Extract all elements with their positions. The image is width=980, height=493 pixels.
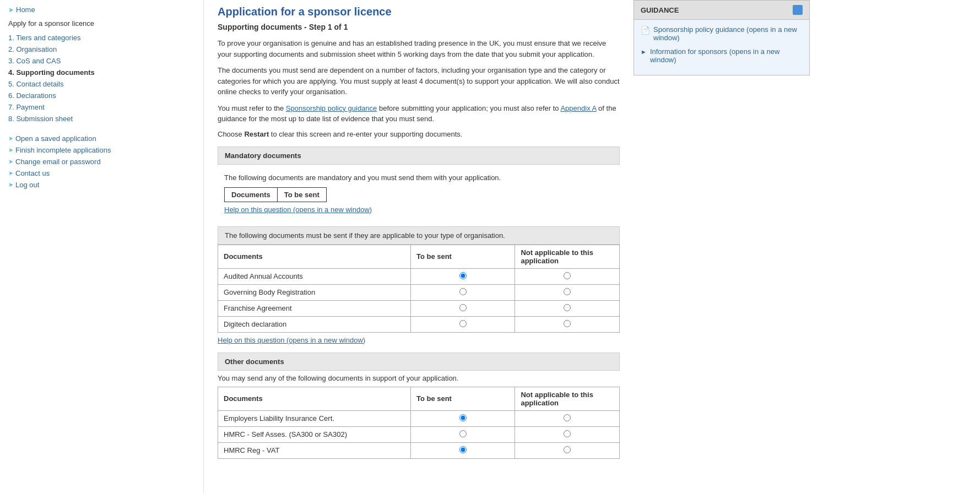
sidebar-link-organisation[interactable]: 2. Organisation	[8, 45, 57, 53]
open-saved-icon: ➤	[8, 135, 13, 142]
sidebar-item-declarations[interactable]: 6. Declarations	[8, 90, 195, 101]
home-link[interactable]: ➤ Home	[8, 6, 195, 14]
guidance-link-sponsorship: 📄 Sponsorship policy guidance (opens in …	[641, 25, 803, 42]
other-doc-name: Employers Liability Insurance Cert.	[218, 410, 411, 426]
to-be-sent-radio[interactable]	[459, 304, 467, 311]
sidebar-item-supporting[interactable]: 4. Supporting documents	[8, 67, 195, 78]
other-to-be-sent-radio[interactable]	[459, 446, 467, 453]
other-not-applicable-radio[interactable]	[564, 414, 571, 421]
other-to-be-sent-radio[interactable]	[459, 414, 467, 421]
intro-para3-mid: before submitting your application; you …	[377, 104, 560, 112]
guidance-link-info: ► Information for sponsors (opens in a n…	[641, 47, 803, 64]
sidebar-item-tiers[interactable]: 1. Tiers and categories	[8, 32, 195, 44]
contact-us-icon: ➤	[8, 170, 13, 177]
restart-post: to clear this screen and re-enter your s…	[269, 130, 462, 138]
other-to-be-sent-radio[interactable]	[459, 430, 467, 437]
other-docs-desc: You may send any of the following docume…	[218, 371, 620, 387]
other-not-applicable-cell[interactable]	[515, 426, 620, 442]
other-not-applicable-cell[interactable]	[515, 442, 620, 458]
applicable-to-be-sent-cell[interactable]	[410, 300, 515, 316]
sidebar-nav: 1. Tiers and categories 2. Organisation …	[8, 32, 195, 124]
appendix-a-link[interactable]: Appendix A	[560, 104, 596, 112]
sidebar-link-cos[interactable]: 3. CoS and CAS	[8, 57, 61, 65]
home-arrow-icon: ➤	[8, 6, 14, 14]
sponsorship-policy-link[interactable]: Sponsorship policy guidance	[286, 104, 377, 112]
other-to-be-sent-cell[interactable]	[410, 410, 515, 426]
applicable-not-applicable-cell[interactable]	[515, 268, 620, 284]
applicable-to-be-sent-cell[interactable]	[410, 316, 515, 332]
applicable-to-be-sent-cell[interactable]	[410, 268, 515, 284]
sidebar-item-organisation[interactable]: 2. Organisation	[8, 44, 195, 55]
mandatory-section-desc: The following documents are mandatory an…	[224, 169, 613, 187]
sidebar-link-declarations[interactable]: 6. Declarations	[8, 91, 56, 100]
contact-us-link[interactable]: Contact us	[15, 169, 50, 177]
applicable-not-applicable-cell[interactable]	[515, 284, 620, 300]
other-doc-name: HMRC - Self Asses. (SA300 or SA302)	[218, 426, 411, 442]
applicable-col-to-be-sent: To be sent	[410, 245, 515, 268]
guidance-title: GUIDANCE	[641, 6, 679, 14]
sidebar-item-log-out[interactable]: ➤ Log out	[8, 179, 195, 191]
applicable-help-link[interactable]: Help on this question (opens in a new wi…	[218, 336, 620, 344]
other-col-not-applicable: Not applicable to this application	[515, 387, 620, 410]
other-not-applicable-radio[interactable]	[564, 430, 571, 437]
guidance-icon	[793, 5, 803, 15]
pdf-icon: 📄	[641, 26, 650, 35]
finish-incomplete-link[interactable]: Finish incomplete applications	[15, 146, 111, 154]
other-row: HMRC Reg - VAT	[218, 442, 620, 458]
sidebar-item-change-email[interactable]: ➤ Change email or password	[8, 156, 195, 167]
applicable-section-header: The following documents must be sent if …	[218, 226, 620, 245]
applicable-not-applicable-cell[interactable]	[515, 316, 620, 332]
sidebar-item-open-saved[interactable]: ➤ Open a saved application	[8, 133, 195, 144]
other-col-to-be-sent: To be sent	[410, 387, 515, 410]
not-applicable-radio[interactable]	[564, 288, 571, 295]
sidebar-link-submission[interactable]: 8. Submission sheet	[8, 115, 73, 123]
applicable-col-documents: Documents	[218, 245, 411, 268]
to-be-sent-radio[interactable]	[459, 288, 467, 295]
other-not-applicable-radio[interactable]	[564, 446, 571, 453]
other-row: Employers Liability Insurance Cert.	[218, 410, 620, 426]
sidebar-link-tiers[interactable]: 1. Tiers and categories	[8, 34, 81, 42]
other-to-be-sent-cell[interactable]	[410, 426, 515, 442]
guidance-header: GUIDANCE	[634, 0, 810, 20]
not-applicable-radio[interactable]	[564, 304, 571, 311]
log-out-link[interactable]: Log out	[15, 181, 39, 189]
to-be-sent-radio[interactable]	[459, 272, 467, 279]
step-title: Supporting documents - Step 1 of 1	[218, 23, 620, 31]
guidance-body: 📄 Sponsorship policy guidance (opens in …	[634, 20, 810, 75]
applicable-to-be-sent-cell[interactable]	[410, 284, 515, 300]
sidebar-item-contact[interactable]: 5. Contact details	[8, 78, 195, 90]
applicable-table: Documents To be sent Not applicable to t…	[218, 245, 620, 333]
sidebar-link-payment[interactable]: 7. Payment	[8, 103, 45, 111]
mandatory-col-to-be-sent: To be sent	[277, 187, 326, 202]
other-to-be-sent-cell[interactable]	[410, 442, 515, 458]
sidebar-section-title: Apply for a sponsor licence	[8, 19, 195, 28]
mandatory-table: Documents To be sent	[224, 187, 327, 202]
sidebar-item-cos[interactable]: 3. CoS and CAS	[8, 55, 195, 67]
page-title: Application for a sponsor licence	[218, 6, 620, 18]
sidebar-item-contact-us[interactable]: ➤ Contact us	[8, 167, 195, 179]
sidebar-item-payment[interactable]: 7. Payment	[8, 101, 195, 113]
main-content: Application for a sponsor licence Suppor…	[204, 0, 634, 493]
not-applicable-radio[interactable]	[564, 320, 571, 327]
applicable-doc-name: Governing Body Registration	[218, 284, 411, 300]
restart-text: Choose Restart to clear this screen and …	[218, 130, 620, 138]
info-arrow-icon: ►	[641, 48, 647, 55]
change-email-link[interactable]: Change email or password	[15, 158, 101, 166]
sidebar-item-finish-incomplete[interactable]: ➤ Finish incomplete applications	[8, 144, 195, 156]
sidebar-link-contact[interactable]: 5. Contact details	[8, 80, 63, 88]
mandatory-col-documents: Documents	[225, 187, 278, 202]
open-saved-link[interactable]: Open a saved application	[15, 134, 96, 143]
mandatory-help-link[interactable]: Help on this question (opens in a new wi…	[224, 205, 613, 214]
intro-para3: You must refer to the Sponsorship policy…	[218, 103, 620, 124]
guidance-panel: GUIDANCE 📄 Sponsorship policy guidance (…	[634, 0, 810, 493]
intro-para3-pre: You must refer to the	[218, 104, 286, 112]
sponsorship-guidance-link[interactable]: Sponsorship policy guidance (opens in a …	[653, 25, 803, 42]
not-applicable-radio[interactable]	[564, 272, 571, 279]
applicable-not-applicable-cell[interactable]	[515, 300, 620, 316]
info-sponsors-link[interactable]: Information for sponsors (opens in a new…	[650, 47, 803, 64]
change-email-icon: ➤	[8, 158, 13, 165]
sidebar-item-submission[interactable]: 8. Submission sheet	[8, 113, 195, 124]
other-not-applicable-cell[interactable]	[515, 410, 620, 426]
to-be-sent-radio[interactable]	[459, 320, 467, 327]
applicable-doc-name: Franchise Agreement	[218, 300, 411, 316]
